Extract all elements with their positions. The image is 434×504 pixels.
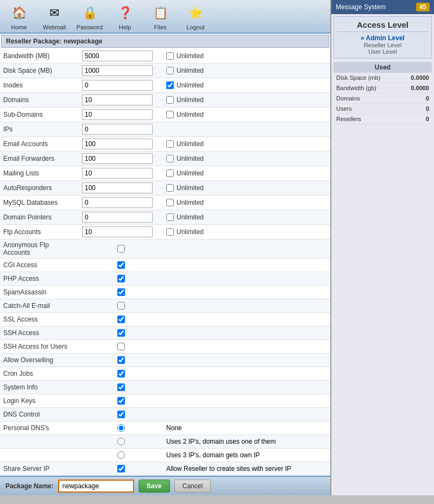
save-button[interactable]: Save [139,480,170,493]
mailing-lists-input[interactable] [82,168,153,179]
field-label: Email Accounts [0,137,79,152]
cron-jobs-checkbox[interactable] [117,370,125,377]
nav-files[interactable]: 📋 Files [147,2,174,30]
table-row: PHP Access [0,272,330,286]
table-row: MySQL Databases Unlimited [0,196,330,210]
table-row: Domains Unlimited [0,93,330,108]
spamassassin-checkbox[interactable] [117,288,125,296]
mysql-unlimited-checkbox[interactable] [166,199,174,206]
bandwidth-unlimited-checkbox[interactable] [166,52,174,60]
field-label: System Info [0,381,79,394]
field-label: CGI Access [0,259,79,272]
ips-input[interactable] [82,124,153,135]
table-row: IPs [0,122,330,137]
ssh-access-checkbox[interactable] [117,329,125,337]
autoresponders-input[interactable] [82,182,153,193]
system-info-checkbox[interactable] [117,383,125,391]
reseller-level-label: Reseller Level [337,42,428,48]
nav-logout[interactable]: ⭐ Logout [182,2,209,30]
ssh-users-checkbox[interactable] [117,343,125,350]
field-label: AutoResponders [0,181,79,196]
nav-help-label: Help [119,24,131,30]
email-accounts-unlimited-checkbox[interactable] [166,140,174,148]
table-row: DNS Control [0,408,330,421]
field-label: SSH Access for Users [0,340,79,354]
personal-dns-radio-none[interactable] [117,424,125,432]
table-row: Login Keys [0,394,330,408]
field-label: DNS Control [0,408,79,421]
stat-value: 0.0000 [400,73,432,83]
inodes-input[interactable] [82,80,153,91]
subdomains-input[interactable] [82,109,153,120]
access-level-box: Access Level » Admin Level Reseller Leve… [334,16,432,59]
top-nav: 🏠 Home ✉ Webmail 🔒 Password ❓ Help 📋 Fil… [0,0,330,34]
cancel-button[interactable]: Cancel [174,480,211,493]
table-row: System Info [0,381,330,394]
table-row: Resellers 0 [334,114,432,124]
logout-icon: ⭐ [185,2,206,24]
table-row: Mailing Lists Unlimited [0,166,330,181]
field-label: SSH Access [0,326,79,340]
field-label: Login Keys [0,394,79,408]
field-label: Mailing Lists [0,166,79,181]
domains-input[interactable] [82,94,153,105]
package-name-label: Package Name: [5,482,54,490]
nav-password[interactable]: 🔒 Password [76,2,103,30]
personal-dns-radio-2ip[interactable] [117,438,125,445]
mysql-input[interactable] [82,197,153,208]
bandwidth-input[interactable] [82,51,153,61]
table-row: Users 0 [334,104,432,114]
inodes-unlimited-checkbox[interactable] [166,81,174,89]
email-forwarders-input[interactable] [82,153,153,164]
field-label: Email Forwarders [0,152,79,166]
php-access-checkbox[interactable] [117,275,125,282]
share-server-ip-label: Allow Reseller to create sites with serv… [166,465,291,472]
nav-help[interactable]: ❓ Help [111,2,139,30]
email-accounts-input[interactable] [82,138,153,149]
webmail-icon: ✉ [43,2,65,24]
nav-webmail[interactable]: ✉ Webmail [41,2,68,30]
stat-value: 0 [400,114,432,124]
admin-level-link[interactable]: » Admin Level [337,34,428,42]
domain-pointers-input[interactable] [82,212,153,223]
email-forwarders-unlimited-checkbox[interactable] [166,155,174,162]
autoresponders-unlimited-checkbox[interactable] [166,184,174,192]
stat-value: 0 [400,104,432,114]
diskspace-input[interactable] [82,65,153,76]
stat-value: 0 [400,93,432,104]
diskspace-unlimited-checkbox[interactable] [166,67,174,74]
share-server-ip-checkbox[interactable] [117,465,125,472]
ftp-accounts-input[interactable] [82,226,153,237]
domain-pointers-unlimited-checkbox[interactable] [166,213,174,221]
package-name-input[interactable] [58,480,134,493]
field-label: Domains [0,93,79,108]
nav-home-label: Home [11,24,27,30]
table-row: AutoResponders Unlimited [0,181,330,196]
catchall-checkbox[interactable] [117,302,125,310]
domains-unlimited-checkbox[interactable] [166,96,174,104]
subdomains-unlimited-checkbox[interactable] [166,111,174,118]
anonymous-ftp-checkbox[interactable] [117,245,125,253]
cgi-access-checkbox[interactable] [117,261,125,269]
table-row: Uses 3 IP's, domain gets own IP [0,449,330,462]
field-label [0,435,79,449]
table-row: Ftp Accounts Unlimited [0,225,330,240]
mailing-lists-unlimited-checkbox[interactable] [166,169,174,177]
allow-overselling-checkbox[interactable] [117,356,125,364]
personal-dns-none-label: None [166,424,182,432]
nav-home[interactable]: 🏠 Home [5,2,33,30]
ssl-access-checkbox[interactable] [117,316,125,323]
ftp-unlimited-checkbox[interactable] [166,228,174,236]
login-keys-checkbox[interactable] [117,397,125,405]
stat-label: Domains [334,93,400,104]
message-system-label: Message System [336,3,386,11]
used-title: Used [334,62,432,73]
message-badge[interactable]: 45 [416,3,430,11]
personal-dns-radio-3ip[interactable] [117,451,125,459]
field-label: Ftp Accounts [0,225,79,240]
table-row: Domains 0 [334,93,432,104]
nav-webmail-label: Webmail [43,24,66,30]
dns-control-checkbox[interactable] [117,411,125,418]
files-icon: 📋 [149,2,171,24]
table-row: Sub-Domains Unlimited [0,108,330,122]
